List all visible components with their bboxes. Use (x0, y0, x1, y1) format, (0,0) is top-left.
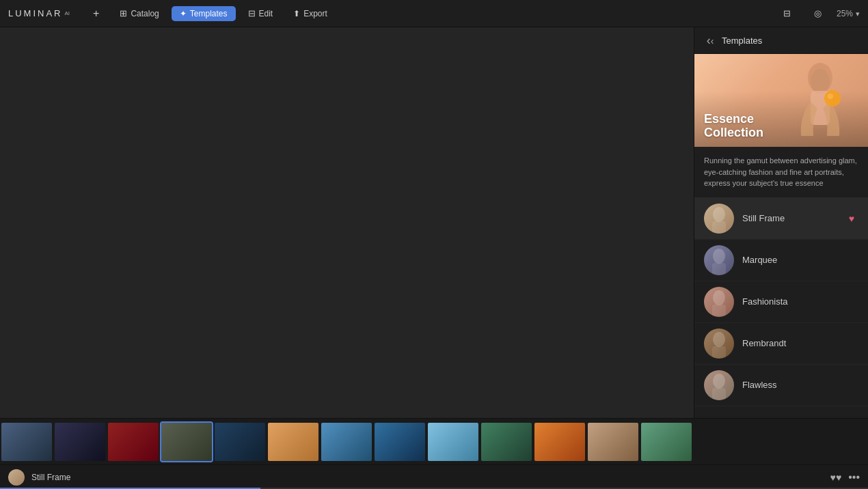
banner-text: Essence Collection (704, 113, 763, 140)
template-thumb-inner (704, 370, 734, 400)
svg-point-9 (713, 290, 725, 305)
filmstrip-item[interactable] (108, 423, 159, 461)
panel-header: ‹ Templates (694, 27, 868, 54)
filmstrip-item[interactable] (588, 423, 638, 461)
chevron-left-icon: ‹ (707, 33, 714, 48)
filmstrip-item[interactable] (534, 423, 585, 461)
template-item[interactable]: Marquee (694, 240, 868, 281)
templates-icon (180, 9, 187, 18)
panel-title: Templates (722, 36, 762, 46)
export-button[interactable]: Export (285, 6, 336, 21)
svg-point-13 (713, 374, 725, 389)
templates-label: Templates (190, 9, 228, 18)
filmstrip-item[interactable] (215, 423, 265, 461)
filmstrip-item[interactable] (375, 423, 425, 461)
templates-button[interactable]: Templates (172, 6, 236, 21)
template-thumb-inner (704, 329, 734, 359)
svg-rect-14 (712, 388, 726, 400)
template-name: Flawless (742, 380, 858, 390)
banner-model-decoration (793, 61, 847, 143)
add-button[interactable] (85, 5, 107, 23)
template-item[interactable]: Fashionista (694, 281, 868, 323)
right-panel: ‹ Templates Essence (694, 27, 868, 418)
add-icon (93, 8, 99, 20)
filmstrip-item[interactable] (321, 423, 372, 461)
template-thumb-inner (704, 287, 734, 317)
template-thumbnail (704, 287, 734, 317)
svg-rect-8 (712, 263, 726, 275)
svg-point-3 (824, 90, 841, 107)
svg-rect-6 (712, 221, 726, 234)
catalog-button[interactable]: Catalog (111, 5, 167, 21)
topbar-right: 25% (775, 5, 860, 21)
export-label: Export (303, 9, 327, 18)
main-content: ‹ Templates Essence (0, 27, 868, 418)
bottom-template-name: Still Frame (31, 473, 824, 482)
logo-text: LUMINAR (8, 8, 63, 18)
template-thumbnail (704, 245, 734, 275)
template-thumbnail (704, 204, 734, 234)
logo-ai: AI (65, 10, 70, 16)
svg-point-7 (713, 249, 725, 264)
template-name: Marquee (742, 255, 858, 265)
svg-point-1 (811, 69, 830, 94)
filmstrip (0, 418, 868, 464)
chevron-down-icon (856, 9, 860, 18)
svg-rect-12 (712, 346, 726, 359)
template-name: Still Frame (742, 213, 837, 223)
layout-icon (783, 8, 791, 18)
edit-button[interactable]: Edit (240, 5, 282, 21)
filmstrip-item[interactable] (1, 423, 52, 461)
filmstrip-item[interactable] (161, 423, 212, 461)
bottom-favorite-button[interactable]: ♥ (830, 472, 842, 483)
canvas-area (0, 27, 694, 418)
panel-back-button[interactable]: ‹ (704, 34, 716, 46)
filmstrip-item[interactable] (55, 423, 105, 461)
collection-title-line2: Collection (704, 126, 763, 140)
bottom-avatar (8, 469, 25, 486)
svg-rect-10 (712, 305, 726, 317)
app-logo: LUMINAR AI (8, 8, 70, 18)
template-thumb-inner (704, 245, 734, 275)
bottom-bar-wrapper: Still Frame ♥ ••• (0, 464, 868, 489)
edit-label: Edit (259, 9, 273, 18)
collection-banner: Essence Collection (694, 54, 868, 147)
collection-title-line1: Essence (704, 113, 763, 126)
svg-point-5 (713, 207, 725, 222)
topbar: LUMINAR AI Catalog Templates Edit Export… (0, 0, 868, 27)
edit-icon (248, 8, 256, 18)
catalog-label: Catalog (131, 9, 159, 18)
template-item[interactable]: Rembrandt (694, 323, 868, 365)
zoom-control[interactable]: 25% (837, 9, 860, 18)
bottom-bar: Still Frame ♥ ••• (0, 464, 868, 489)
model-svg (793, 61, 847, 143)
template-item[interactable]: Still Frame♥ (694, 198, 868, 240)
collection-description: Running the gamut between advertising gl… (694, 147, 868, 198)
layout-toggle[interactable] (775, 5, 799, 21)
svg-point-4 (828, 94, 833, 99)
filmstrip-item[interactable] (428, 423, 478, 461)
template-item[interactable]: Flawless (694, 365, 868, 406)
preview-button[interactable] (806, 5, 830, 21)
template-name: Rembrandt (742, 338, 858, 348)
filmstrip-item[interactable] (641, 423, 692, 461)
svg-point-11 (713, 332, 725, 347)
filmstrip-item[interactable] (481, 423, 532, 461)
eye-icon (814, 8, 822, 18)
export-icon (293, 9, 300, 18)
catalog-icon (120, 8, 127, 18)
filmstrip-item[interactable] (268, 423, 318, 461)
template-list: Still Frame♥MarqueeFashionistaRembrandtF… (694, 198, 868, 419)
template-thumbnail (704, 370, 734, 400)
template-thumb-inner (704, 204, 734, 234)
zoom-value: 25% (837, 9, 853, 18)
template-name: Fashionista (742, 296, 858, 307)
template-thumbnail (704, 329, 734, 359)
favorite-button[interactable]: ♥ (845, 212, 858, 225)
bottom-more-button[interactable]: ••• (848, 472, 860, 483)
